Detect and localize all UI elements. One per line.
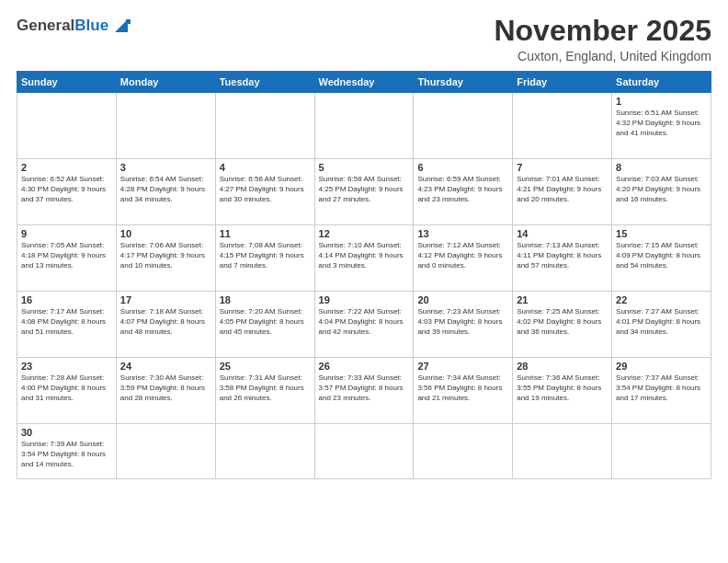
calendar-cell: 4Sunrise: 6:56 AM Sunset: 4:27 PM Daylig…	[215, 159, 314, 225]
day-number: 27	[417, 361, 508, 372]
day-number: 6	[417, 162, 508, 173]
calendar-cell: 6Sunrise: 6:59 AM Sunset: 4:23 PM Daylig…	[414, 159, 513, 225]
day-info: Sunrise: 7:23 AM Sunset: 4:03 PM Dayligh…	[417, 307, 508, 337]
day-info: Sunrise: 6:56 AM Sunset: 4:27 PM Dayligh…	[220, 175, 311, 204]
day-number: 21	[517, 294, 608, 305]
calendar-cell: 14Sunrise: 7:13 AM Sunset: 4:11 PM Dayli…	[513, 225, 612, 292]
day-info: Sunrise: 7:03 AM Sunset: 4:20 PM Dayligh…	[616, 175, 707, 204]
day-number: 28	[517, 361, 608, 372]
calendar-week-row: 30Sunrise: 7:39 AM Sunset: 3:54 PM Dayli…	[17, 424, 711, 479]
calendar-cell: 28Sunrise: 7:36 AM Sunset: 3:55 PM Dayli…	[513, 358, 612, 424]
calendar-cell: 20Sunrise: 7:23 AM Sunset: 4:03 PM Dayli…	[414, 292, 513, 358]
svg-marker-0	[115, 19, 128, 32]
calendar-cell: 7Sunrise: 7:01 AM Sunset: 4:21 PM Daylig…	[513, 159, 612, 225]
calendar-cell	[314, 424, 414, 479]
calendar-cell: 18Sunrise: 7:20 AM Sunset: 4:05 PM Dayli…	[215, 292, 314, 358]
day-info: Sunrise: 7:17 AM Sunset: 4:08 PM Dayligh…	[21, 307, 112, 337]
col-friday: Friday	[513, 72, 612, 93]
day-info: Sunrise: 7:18 AM Sunset: 4:07 PM Dayligh…	[120, 307, 211, 337]
day-info: Sunrise: 6:52 AM Sunset: 4:30 PM Dayligh…	[21, 175, 112, 204]
calendar-cell	[513, 93, 612, 159]
day-number: 15	[616, 228, 707, 239]
day-info: Sunrise: 6:58 AM Sunset: 4:25 PM Dayligh…	[319, 175, 410, 204]
month-year: November 2025	[494, 15, 711, 47]
col-saturday: Saturday	[612, 72, 711, 93]
day-info: Sunrise: 7:31 AM Sunset: 3:58 PM Dayligh…	[220, 373, 311, 403]
calendar-week-row: 2Sunrise: 6:52 AM Sunset: 4:30 PM Daylig…	[17, 159, 711, 225]
calendar-cell	[215, 93, 314, 159]
calendar-cell	[116, 93, 215, 159]
calendar-cell: 29Sunrise: 7:37 AM Sunset: 3:54 PM Dayli…	[612, 358, 711, 424]
day-number: 7	[517, 162, 608, 173]
col-monday: Monday	[116, 72, 215, 93]
calendar-cell: 5Sunrise: 6:58 AM Sunset: 4:25 PM Daylig…	[314, 159, 414, 225]
calendar-cell	[17, 93, 117, 159]
day-number: 17	[120, 294, 211, 305]
calendar-cell: 8Sunrise: 7:03 AM Sunset: 4:20 PM Daylig…	[612, 159, 711, 225]
header: General Blue November 2025 Cuxton, Engla…	[17, 15, 711, 63]
calendar-table: Sunday Monday Tuesday Wednesday Thursday…	[17, 71, 711, 479]
day-number: 5	[319, 162, 410, 173]
col-sunday: Sunday	[17, 72, 117, 93]
calendar-cell: 27Sunrise: 7:34 AM Sunset: 3:56 PM Dayli…	[414, 358, 513, 424]
location: Cuxton, England, United Kingdom	[494, 49, 711, 63]
logo-blue-text: Blue	[74, 17, 108, 35]
logo-general-text: General	[17, 17, 74, 35]
day-number: 9	[21, 228, 112, 239]
calendar-week-row: 9Sunrise: 7:05 AM Sunset: 4:18 PM Daylig…	[17, 225, 711, 292]
col-tuesday: Tuesday	[215, 72, 314, 93]
page: General Blue November 2025 Cuxton, Engla…	[0, 0, 728, 563]
day-number: 8	[616, 162, 707, 173]
calendar-cell: 11Sunrise: 7:08 AM Sunset: 4:15 PM Dayli…	[215, 225, 314, 292]
calendar-cell: 10Sunrise: 7:06 AM Sunset: 4:17 PM Dayli…	[116, 225, 215, 292]
calendar-week-row: 16Sunrise: 7:17 AM Sunset: 4:08 PM Dayli…	[17, 292, 711, 358]
day-info: Sunrise: 7:27 AM Sunset: 4:01 PM Dayligh…	[616, 307, 707, 337]
day-info: Sunrise: 7:08 AM Sunset: 4:15 PM Dayligh…	[220, 241, 311, 270]
calendar-cell: 1Sunrise: 6:51 AM Sunset: 4:32 PM Daylig…	[612, 93, 711, 159]
calendar-cell: 15Sunrise: 7:15 AM Sunset: 4:09 PM Dayli…	[612, 225, 711, 292]
day-number: 24	[120, 361, 211, 372]
calendar-header-row: Sunday Monday Tuesday Wednesday Thursday…	[17, 72, 711, 93]
calendar-cell	[314, 93, 414, 159]
day-number: 2	[21, 162, 112, 173]
day-number: 16	[21, 294, 112, 305]
day-info: Sunrise: 7:15 AM Sunset: 4:09 PM Dayligh…	[616, 241, 707, 270]
calendar-week-row: 23Sunrise: 7:28 AM Sunset: 4:00 PM Dayli…	[17, 358, 711, 424]
day-info: Sunrise: 7:36 AM Sunset: 3:55 PM Dayligh…	[517, 373, 608, 403]
calendar-cell	[414, 93, 513, 159]
calendar-cell: 3Sunrise: 6:54 AM Sunset: 4:28 PM Daylig…	[116, 159, 215, 225]
calendar-cell: 30Sunrise: 7:39 AM Sunset: 3:54 PM Dayli…	[17, 424, 117, 479]
logo: General Blue	[17, 15, 131, 36]
day-info: Sunrise: 7:06 AM Sunset: 4:17 PM Dayligh…	[120, 241, 211, 270]
calendar-cell: 13Sunrise: 7:12 AM Sunset: 4:12 PM Dayli…	[414, 225, 513, 292]
calendar-cell: 23Sunrise: 7:28 AM Sunset: 4:00 PM Dayli…	[17, 358, 117, 424]
day-number: 1	[616, 96, 707, 107]
day-number: 22	[616, 294, 707, 305]
day-info: Sunrise: 7:39 AM Sunset: 3:54 PM Dayligh…	[21, 440, 112, 469]
calendar-cell: 2Sunrise: 6:52 AM Sunset: 4:30 PM Daylig…	[17, 159, 117, 225]
day-info: Sunrise: 6:51 AM Sunset: 4:32 PM Dayligh…	[616, 109, 707, 138]
calendar-cell	[612, 424, 711, 479]
day-number: 26	[319, 361, 410, 372]
day-number: 23	[21, 361, 112, 372]
calendar-cell: 19Sunrise: 7:22 AM Sunset: 4:04 PM Dayli…	[314, 292, 414, 358]
day-number: 29	[616, 361, 707, 372]
day-info: Sunrise: 7:33 AM Sunset: 3:57 PM Dayligh…	[319, 373, 410, 403]
calendar-cell	[513, 424, 612, 479]
day-number: 19	[319, 294, 410, 305]
day-info: Sunrise: 7:34 AM Sunset: 3:56 PM Dayligh…	[417, 373, 508, 403]
calendar-cell: 9Sunrise: 7:05 AM Sunset: 4:18 PM Daylig…	[17, 225, 117, 292]
day-info: Sunrise: 7:05 AM Sunset: 4:18 PM Dayligh…	[21, 241, 112, 270]
calendar-cell: 22Sunrise: 7:27 AM Sunset: 4:01 PM Dayli…	[612, 292, 711, 358]
day-number: 30	[21, 427, 112, 438]
day-number: 20	[417, 294, 508, 305]
day-info: Sunrise: 7:12 AM Sunset: 4:12 PM Dayligh…	[417, 241, 508, 270]
day-number: 14	[517, 228, 608, 239]
day-number: 10	[120, 228, 211, 239]
calendar-week-row: 1Sunrise: 6:51 AM Sunset: 4:32 PM Daylig…	[17, 93, 711, 159]
calendar-cell	[215, 424, 314, 479]
day-number: 25	[220, 361, 311, 372]
logo-triangle-icon	[111, 16, 131, 36]
calendar-cell: 12Sunrise: 7:10 AM Sunset: 4:14 PM Dayli…	[314, 225, 414, 292]
day-info: Sunrise: 7:10 AM Sunset: 4:14 PM Dayligh…	[319, 241, 410, 270]
